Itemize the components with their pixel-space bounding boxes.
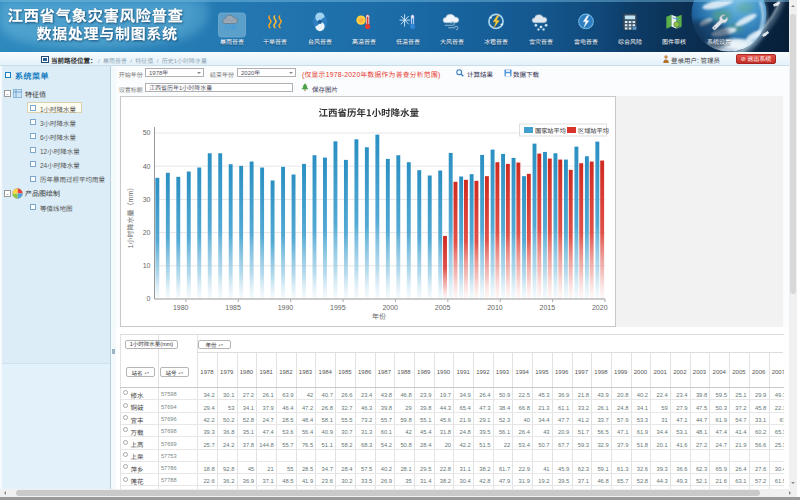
svg-text:0: 0 — [146, 293, 150, 303]
svg-text:1985: 1985 — [225, 302, 241, 312]
svg-text:2015: 2015 — [539, 302, 555, 312]
svg-text:1995: 1995 — [330, 302, 346, 312]
svg-text:30: 30 — [142, 194, 150, 204]
svg-text:2000: 2000 — [382, 302, 398, 312]
svg-text:区域站平均: 区域站平均 — [578, 126, 609, 135]
svg-text:2010: 2010 — [487, 302, 503, 312]
svg-text:40: 40 — [142, 161, 150, 171]
svg-text:1990: 1990 — [277, 302, 293, 312]
svg-text:1980: 1980 — [172, 302, 188, 312]
svg-text:2020: 2020 — [591, 302, 607, 312]
svg-text:国家站平均: 国家站平均 — [535, 126, 566, 135]
svg-text:年份: 年份 — [372, 311, 386, 321]
svg-text:50: 50 — [142, 127, 150, 137]
svg-text:1小时降水量（mm）: 1小时降水量（mm） — [125, 184, 135, 249]
svg-text:2005: 2005 — [434, 302, 450, 312]
svg-text:10: 10 — [142, 260, 150, 270]
svg-text:20: 20 — [142, 227, 150, 237]
